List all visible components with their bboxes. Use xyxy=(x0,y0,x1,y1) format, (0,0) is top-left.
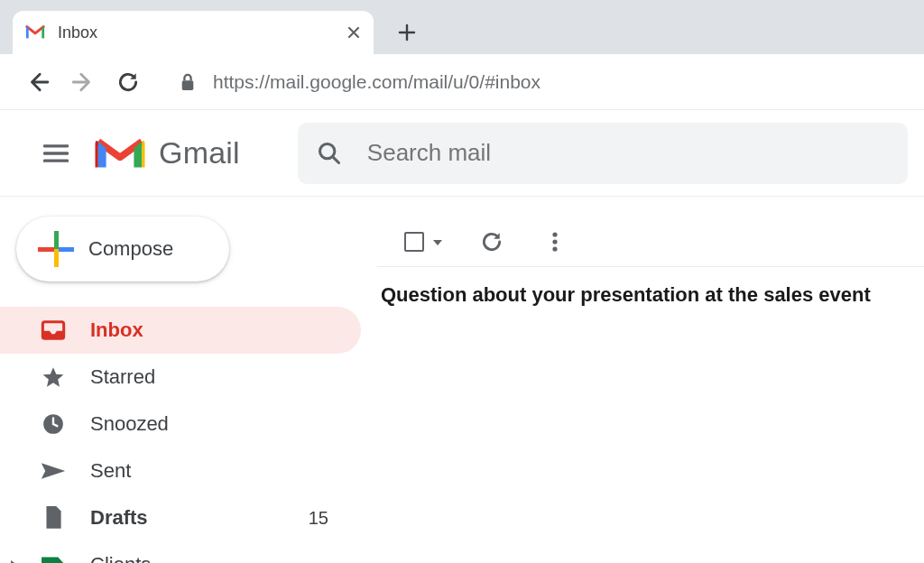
forward-button[interactable] xyxy=(65,64,101,100)
nav-label: Sent xyxy=(90,459,361,483)
nav-label: Drafts xyxy=(90,506,309,530)
nav-label: Clients xyxy=(90,553,361,563)
gmail-m-icon xyxy=(92,133,148,174)
inbox-icon xyxy=(36,316,70,345)
search-bar[interactable] xyxy=(298,123,908,184)
browser-tab-title: Inbox xyxy=(58,23,339,42)
nav-inbox[interactable]: Inbox xyxy=(0,307,361,354)
star-icon xyxy=(36,363,70,392)
nav-sent[interactable]: Sent xyxy=(0,448,361,494)
lock-icon xyxy=(179,73,197,91)
svg-rect-2 xyxy=(182,80,194,90)
sidebar: Compose Inbox Starred Snoozed xyxy=(0,197,377,563)
select-all-dropdown[interactable] xyxy=(404,232,442,252)
close-tab-button[interactable] xyxy=(346,25,361,40)
gmail-logo[interactable]: Gmail xyxy=(92,133,240,174)
browser-tabstrip: Inbox xyxy=(0,0,924,54)
folder-nav: Inbox Starred Snoozed Sent xyxy=(0,307,377,563)
compose-plus-icon xyxy=(38,231,74,267)
label-icon xyxy=(36,550,70,563)
back-button[interactable] xyxy=(20,64,56,100)
new-tab-button[interactable] xyxy=(386,12,428,53)
search-input[interactable] xyxy=(365,138,890,168)
nav-drafts[interactable]: Drafts 15 xyxy=(0,494,361,541)
svg-point-8 xyxy=(552,239,557,244)
svg-point-7 xyxy=(552,232,557,236)
nav-snoozed[interactable]: Snoozed xyxy=(0,401,361,448)
checkbox-icon xyxy=(404,232,424,252)
expand-caret-icon[interactable] xyxy=(9,559,18,563)
refresh-button[interactable] xyxy=(478,228,505,255)
address-bar[interactable]: https://mail.google.com/mail/u/0/#inbox xyxy=(155,71,904,93)
browser-tab-active[interactable]: Inbox xyxy=(13,11,374,54)
plus-icon xyxy=(398,23,416,42)
nav-label: Snoozed xyxy=(90,412,361,436)
mail-list-toolbar xyxy=(377,217,924,267)
email-subject: Question about your presentation at the … xyxy=(381,283,871,306)
svg-rect-1 xyxy=(42,27,44,39)
address-url: https://mail.google.com/mail/u/0/#inbox xyxy=(213,71,541,93)
gmail-favicon xyxy=(25,23,45,42)
nav-label: Inbox xyxy=(90,318,361,342)
email-row[interactable]: Question about your presentation at the … xyxy=(377,267,924,323)
browser-toolbar: https://mail.google.com/mail/u/0/#inbox xyxy=(0,54,924,110)
send-icon xyxy=(36,457,70,485)
app-header: Gmail xyxy=(0,110,924,197)
nav-starred[interactable]: Starred xyxy=(0,354,361,401)
more-button[interactable] xyxy=(541,228,568,255)
compose-label: Compose xyxy=(88,237,173,261)
clock-icon xyxy=(36,410,70,438)
svg-rect-0 xyxy=(26,27,29,39)
nav-label: Starred xyxy=(90,365,361,389)
gmail-brand-text: Gmail xyxy=(159,135,240,171)
compose-button[interactable]: Compose xyxy=(16,217,229,282)
svg-point-9 xyxy=(552,246,557,251)
main-menu-button[interactable] xyxy=(34,132,78,175)
search-icon xyxy=(316,138,344,169)
mail-main: Question about your presentation at the … xyxy=(377,197,924,563)
drafts-count: 15 xyxy=(309,508,328,529)
reload-button[interactable] xyxy=(110,64,146,100)
file-icon xyxy=(36,503,70,532)
nav-clients-label[interactable]: Clients xyxy=(0,541,361,563)
chevron-down-icon xyxy=(433,240,442,245)
